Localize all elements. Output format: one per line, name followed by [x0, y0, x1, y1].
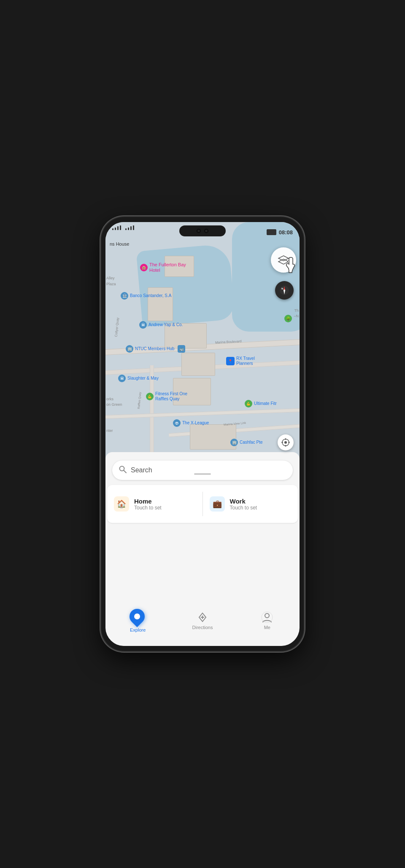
map-area[interactable]: Marina Boulevard Raffles Quay Marina Vie… — [105, 222, 300, 466]
bar-4 — [120, 225, 121, 230]
camera-notch — [179, 225, 226, 236]
home-shortcut-text: Home Touch to set — [134, 498, 162, 511]
poi-icon-xleague: 🏟 — [173, 419, 181, 427]
bar-1 — [112, 228, 113, 230]
status-right: 100 08:08 — [267, 229, 293, 236]
signal-bars-1 — [112, 225, 121, 230]
poi-icon-fitness: 💪 — [146, 393, 154, 400]
bar-8 — [133, 225, 134, 230]
poi-label-fitness-2: Raffles Quay — [155, 396, 187, 402]
my-location-icon — [281, 438, 290, 447]
nav-label-explore: Explore — [130, 627, 146, 632]
bar-2 — [115, 228, 116, 230]
phone-frame: 100 08:08 Marina Boulevard Raffles — [101, 217, 304, 651]
side-label-th: Th — [294, 308, 299, 313]
poi-icon-slaughter: 🏛 — [118, 375, 126, 382]
side-label-collyer: Collyer Quay — [114, 317, 120, 337]
poi-rx[interactable]: 📍 RX Travel Planners — [226, 356, 255, 366]
work-shortcut-text: Work Touch to set — [230, 498, 257, 511]
poi-label-fullerton: The Fullerton Bay — [149, 262, 186, 268]
time-display: 08:08 — [279, 229, 293, 236]
location-button[interactable] — [278, 434, 294, 450]
poi-ntuc[interactable]: 🏢 NTUC Members Hub 🚌 — [126, 345, 185, 353]
side-label-orks: orks — [106, 397, 113, 401]
poi-fitness[interactable]: 💪 Fitness First One Raffles Quay — [146, 391, 187, 402]
svg-point-10 — [284, 441, 287, 444]
nav-item-me[interactable]: Me — [235, 611, 300, 630]
me-icon — [261, 611, 273, 623]
poi-fullerton[interactable]: 🏨 The Fullerton Bay Hotel — [140, 262, 186, 273]
phone-screen: 100 08:08 Marina Boulevard Raffles — [105, 222, 300, 646]
poi-label-slaughter: Slaughter & May — [127, 376, 159, 381]
search-bar[interactable]: Search — [112, 461, 293, 480]
poi-icon-banco: 🏦 — [121, 292, 128, 300]
building-6 — [190, 424, 236, 450]
bus-stop-icon: 🚌 — [178, 345, 185, 353]
svg-point-7 — [284, 289, 285, 291]
layer-button-container — [271, 247, 296, 273]
search-svg-icon — [119, 466, 127, 473]
search-icon — [119, 466, 127, 475]
bottom-panel: Search 🏠 Home Touch to set 💼 Work Touch — [105, 452, 300, 646]
poi-icon-ultimate: 💪 — [245, 400, 252, 407]
bar-6 — [128, 228, 129, 230]
poi-label-rx-1: RX Travel — [236, 356, 255, 361]
nav-item-directions[interactable]: Directions — [170, 611, 235, 630]
home-sublabel: Touch to set — [134, 505, 162, 511]
poi-andrew[interactable]: 🏛 Andrew Yap & Co. — [139, 321, 183, 329]
side-label-plaza: Plaza — [106, 282, 116, 286]
work-sublabel: Touch to set — [230, 505, 257, 511]
explore-pin-container — [130, 609, 146, 626]
poi-label-ntuc: NTUC Members Hub — [135, 346, 174, 351]
bottom-nav: Explore Directions — [105, 604, 300, 638]
drag-handle[interactable] — [194, 473, 211, 475]
poi-slaughter[interactable]: 🏛 Slaughter & May — [118, 375, 159, 382]
poi-cashfac[interactable]: 🏢 Cashfac Pte — [230, 439, 262, 446]
nav-item-explore[interactable]: Explore — [105, 609, 170, 632]
poi-label-banco: Banco Santander, S.A — [130, 293, 171, 298]
poi-ultimate[interactable]: 💪 Ultimate Fitr — [245, 400, 277, 407]
explore-pin-inner — [134, 613, 140, 619]
me-svg-icon — [261, 611, 273, 623]
directions-svg-icon — [197, 611, 208, 623]
explore-pin-shape — [126, 606, 148, 627]
status-bar-left — [112, 225, 134, 230]
work-shortcut[interactable]: 💼 Work Touch to set — [203, 485, 298, 523]
road-h-lower — [105, 408, 300, 419]
home-icon: 🏠 — [114, 496, 129, 512]
side-label-green: on Green — [106, 402, 122, 407]
camera-dot — [197, 229, 201, 233]
directions-icon — [197, 611, 208, 623]
svg-text:N: N — [281, 287, 283, 290]
hand-cursor — [283, 257, 298, 273]
bar-3 — [117, 226, 119, 230]
shortcuts-section: 🏠 Home Touch to set 💼 Work Touch to set — [107, 485, 298, 523]
poi-label-cashfac: Cashfac Pte — [240, 440, 262, 445]
poi-icon-ntuc: 🏢 — [126, 345, 133, 353]
cursor-hand-icon — [283, 257, 298, 276]
poi-icon-andrew: 🏛 — [139, 321, 147, 329]
poi-label-xleague: The X-League — [182, 421, 209, 426]
poi-icon-fullerton: 🏨 — [140, 264, 148, 271]
side-label-alley: Alley — [106, 276, 115, 280]
compass-icon: N — [278, 284, 290, 296]
raffles-quay-label: Raffles Quay — [137, 392, 141, 409]
poi-label-andrew: Andrew Yap & Co. — [148, 322, 183, 327]
compass-button[interactable]: N — [275, 281, 294, 300]
home-label: Home — [134, 498, 162, 505]
poi-banco[interactable]: 🏦 Banco Santander, S.A — [121, 292, 171, 300]
nav-label-me: Me — [264, 625, 270, 630]
nav-label-directions: Directions — [192, 625, 213, 630]
camera-dot-2 — [204, 229, 208, 233]
tree-icon: 🌳 — [284, 315, 292, 322]
svg-point-19 — [265, 613, 269, 618]
poi-label-fullerton-2: Hotel — [149, 268, 186, 273]
poi-label-ultimate: Ultimate Fitr — [254, 401, 277, 406]
work-icon: 💼 — [210, 496, 225, 512]
bar-5 — [125, 228, 127, 230]
poi-xleague[interactable]: 🏟 The X-League — [173, 419, 209, 427]
battery-indicator: 100 — [267, 229, 276, 235]
home-shortcut[interactable]: 🏠 Home Touch to set — [107, 485, 202, 523]
poi-icon-rx: 📍 — [226, 357, 235, 365]
building-4 — [181, 353, 215, 376]
